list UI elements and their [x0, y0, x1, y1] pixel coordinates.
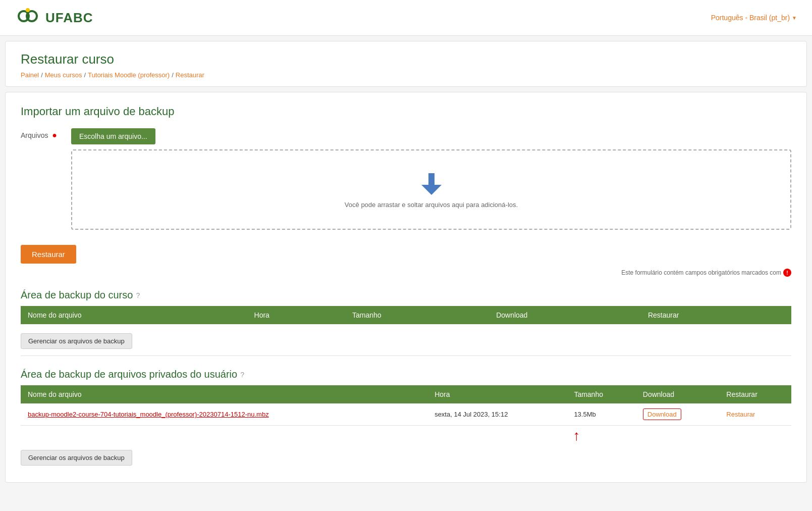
manage-course-backup-button[interactable]: Gerenciar os arquivos de backup: [21, 333, 132, 349]
arquivos-form-row: Arquivos ● Escolha um arquivo... Você po…: [21, 128, 791, 230]
col-download-2: Download: [636, 385, 720, 403]
breadcrumb-current: Restaurar: [176, 71, 204, 79]
restaurar-link[interactable]: Restaurar: [726, 411, 755, 418]
divider: [21, 355, 791, 356]
download-arrow-icon: [419, 171, 444, 196]
arquivos-label: Arquivos ●: [21, 128, 61, 140]
logo-text: UFABC: [45, 10, 93, 26]
private-backup-table-body: backup-moodle2-course-704-tutoriais_mood…: [21, 403, 791, 426]
course-backup-table: Nome do arquivo Hora Tamanho Download Re…: [21, 306, 791, 324]
restaurar-cell: Restaurar: [719, 403, 791, 426]
choose-file-button[interactable]: Escolha um arquivo...: [71, 128, 155, 144]
page-title: Restaurar curso: [21, 52, 791, 67]
manage-private-backup-button[interactable]: Gerenciar os arquivos de backup: [21, 450, 132, 466]
download-link[interactable]: Download: [643, 408, 681, 420]
breadcrumb: Painel / Meus cursos / Tutoriais Moodle …: [21, 71, 791, 79]
drop-zone-text: Você pode arrastar e soltar arquivos aqu…: [345, 201, 518, 209]
col-tamanho-2: Tamanho: [567, 385, 635, 403]
course-backup-header-row: Nome do arquivo Hora Tamanho Download Re…: [21, 306, 791, 324]
breadcrumb-meus-cursos[interactable]: Meus cursos: [45, 71, 82, 79]
info-icon: !: [783, 269, 791, 277]
language-selector[interactable]: Português - Brasil (pt_br) ▼: [711, 14, 797, 22]
col-restaurar-1: Restaurar: [641, 306, 791, 324]
chevron-down-icon: ▼: [792, 15, 797, 21]
table-row: backup-moodle2-course-704-tutoriais_mood…: [21, 403, 791, 426]
hora-cell: sexta, 14 Jul 2023, 15:12: [427, 403, 567, 426]
lang-label: Português - Brasil (pt_br): [711, 14, 790, 22]
private-backup-table-head: Nome do arquivo Hora Tamanho Download Re…: [21, 385, 791, 403]
svg-rect-3: [428, 173, 435, 185]
svg-marker-4: [421, 185, 442, 195]
col-nome-arquivo-1: Nome do arquivo: [21, 306, 247, 324]
breadcrumb-sep-3: /: [172, 71, 174, 79]
private-backup-help-icon[interactable]: ?: [240, 371, 244, 379]
header: UFABC Português - Brasil (pt_br) ▼: [0, 0, 812, 36]
col-nome-arquivo-2: Nome do arquivo: [21, 385, 427, 403]
private-backup-title: Área de backup de arquivos privados do u…: [21, 369, 791, 380]
download-arrow-indicator: ↑: [573, 429, 580, 443]
breadcrumb-sep-1: /: [41, 71, 43, 79]
filename-link[interactable]: backup-moodle2-course-704-tutoriais_mood…: [28, 411, 269, 418]
course-backup-title: Área de backup do curso ?: [21, 289, 791, 301]
form-note: Este formulário contém campos obrigatóri…: [21, 269, 791, 277]
course-backup-help-icon[interactable]: ?: [136, 291, 140, 299]
logo-area: UFABC: [15, 5, 93, 30]
drop-zone[interactable]: Você pode arrastar e soltar arquivos aqu…: [71, 149, 791, 230]
col-hora-2: Hora: [427, 385, 567, 403]
col-hora-1: Hora: [247, 306, 345, 324]
ufabc-logo-icon: [15, 5, 40, 30]
download-cell: Download: [636, 403, 720, 426]
private-backup-table: Nome do arquivo Hora Tamanho Download Re…: [21, 385, 791, 426]
main-content: Importar um arquivo de backup Arquivos ●…: [5, 92, 807, 483]
col-restaurar-2: Restaurar: [719, 385, 791, 403]
breadcrumb-painel[interactable]: Painel: [21, 71, 39, 79]
tamanho-cell: 13.5Mb: [567, 403, 635, 426]
private-backup-header-row: Nome do arquivo Hora Tamanho Download Re…: [21, 385, 791, 403]
import-section-title: Importar um arquivo de backup: [21, 105, 791, 118]
required-icon: ●: [52, 131, 57, 139]
col-tamanho-1: Tamanho: [345, 306, 489, 324]
breadcrumb-sep-2: /: [84, 71, 86, 79]
file-form-controls: Escolha um arquivo... Você pode arrastar…: [71, 128, 791, 230]
page-title-area: Restaurar curso Painel / Meus cursos / T…: [5, 41, 807, 87]
breadcrumb-tutoriais[interactable]: Tutoriais Moodle (professor): [88, 71, 170, 79]
col-download-1: Download: [489, 306, 641, 324]
filename-cell: backup-moodle2-course-704-tutoriais_mood…: [21, 403, 427, 426]
restaurar-button[interactable]: Restaurar: [21, 245, 76, 264]
course-backup-table-head: Nome do arquivo Hora Tamanho Download Re…: [21, 306, 791, 324]
svg-point-2: [26, 8, 30, 12]
